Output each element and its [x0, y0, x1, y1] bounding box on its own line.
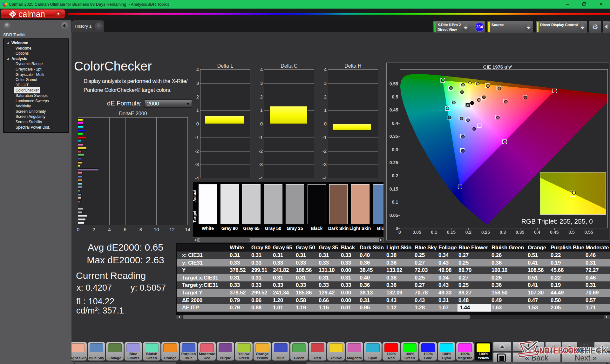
svg-text:CHECK: CHECK	[579, 346, 607, 355]
svg-text:NOTEBOOK: NOTEBOOK	[539, 346, 578, 355]
